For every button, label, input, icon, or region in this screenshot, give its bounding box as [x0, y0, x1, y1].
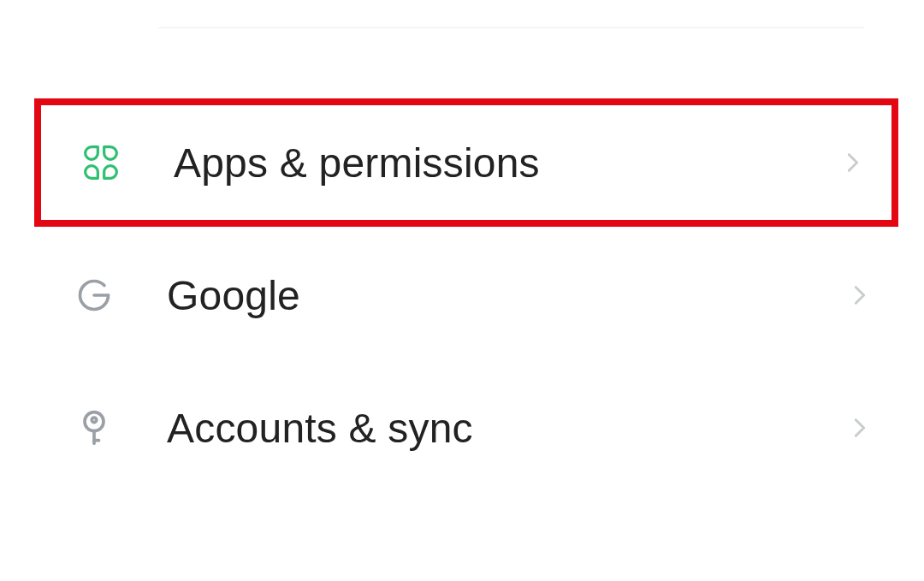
settings-item-accounts-sync[interactable]: Accounts & sync [34, 364, 898, 492]
settings-list: Apps & permissions Google [34, 98, 898, 492]
chevron-right-icon [847, 415, 873, 441]
settings-item-google[interactable]: Google [34, 231, 898, 359]
google-icon [73, 274, 116, 317]
settings-item-label: Apps & permissions [174, 139, 840, 187]
settings-item-apps-permissions[interactable]: Apps & permissions [34, 98, 898, 227]
key-icon [73, 406, 116, 449]
chevron-right-icon [847, 282, 873, 308]
svg-point-1 [92, 418, 97, 423]
settings-item-label: Accounts & sync [167, 405, 847, 452]
chevron-right-icon [840, 150, 866, 175]
divider [158, 27, 864, 28]
apps-icon [80, 141, 122, 184]
settings-item-label: Google [167, 272, 847, 319]
